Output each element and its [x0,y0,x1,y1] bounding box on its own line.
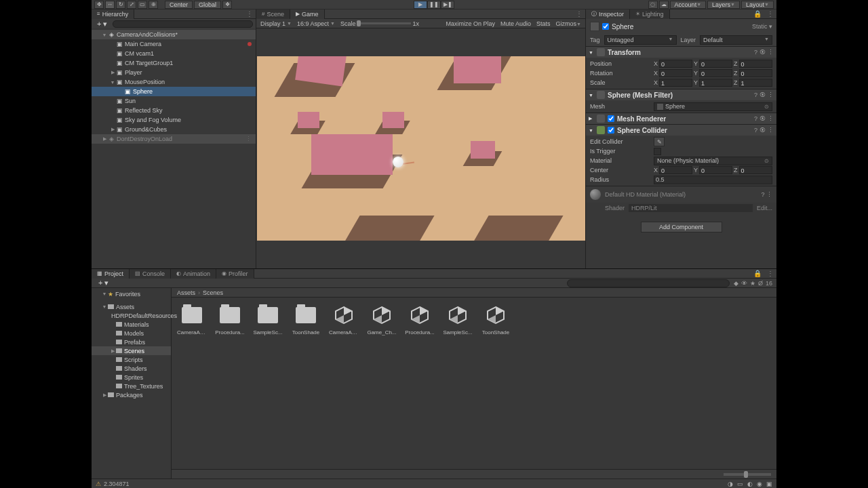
active-checkbox[interactable] [602,23,609,30]
component-enable-checkbox[interactable] [608,115,614,122]
panel-menu-icon[interactable]: ⋮ [764,270,776,277]
folder-row[interactable]: Prefabs [92,338,171,346]
material-header[interactable]: Default HD Material (Material) ? ⋮ [586,186,776,203]
preset-icon[interactable]: ⦿ [760,127,766,134]
status-icon[interactable]: ▣ [766,481,772,487]
cloud-icon[interactable]: ☁ [659,1,669,9]
lock-icon[interactable]: 🔒 [751,10,764,18]
move-tool[interactable]: ↔ [105,1,115,9]
tab-hierarchy[interactable]: ≡Hierarchy [92,9,134,19]
radius-field[interactable]: 0.5 [654,176,772,184]
pos-z-field[interactable]: Z0 [734,60,772,68]
project-grid-item[interactable]: ToonShade [291,303,321,464]
hierarchy-item[interactable]: ▣Sky and Fog Volume [92,115,256,125]
mute-toggle[interactable]: Mute Audio [500,20,531,27]
component-header[interactable]: ▼ Sphere Collider ?⦿⋮ [586,125,776,136]
rect-tool[interactable]: ▭ [138,1,147,9]
preset-icon[interactable]: ⦿ [760,49,766,56]
component-header[interactable]: ▼ Sphere (Mesh Filter) ?⦿⋮ [586,89,776,100]
mesh-field[interactable]: Sphere⊙ [654,102,772,111]
hand-tool[interactable]: ✥ [94,1,104,9]
component-header[interactable]: ▶ Mesh Renderer ?⦿⋮ [586,113,776,124]
panel-menu-icon[interactable]: ⋮ [573,10,585,18]
project-grid-item[interactable]: Game_Ch... [367,303,397,464]
space-toggle[interactable]: Global [194,1,221,9]
menu-icon[interactable]: ⋮ [766,191,772,198]
project-grid-item[interactable]: SampleSc... [253,303,283,464]
display-dropdown[interactable]: Display 1▼ [260,20,292,27]
component-header[interactable]: ▼ Transform ?⦿⋮ [586,47,776,58]
pause-button[interactable]: ❚❚ [427,1,441,9]
preset-icon[interactable]: ⦿ [760,115,766,122]
tab-project[interactable]: ▦Project [92,269,130,279]
edit-collider-button[interactable]: ✎ [654,137,665,146]
scale-slider[interactable]: Scale 1x [340,20,419,27]
layout-dropdown[interactable]: Layout ▼ [741,1,774,9]
gizmos-dropdown[interactable]: Gizmos▼ [556,20,581,27]
scl-z-field[interactable]: Z1 [734,79,772,87]
favorites-row[interactable]: ▼★Favorites [92,289,171,298]
project-grid-item[interactable]: Procedura... [215,303,245,464]
hierarchy-item[interactable]: ▣Main Camera [92,39,256,49]
breadcrumb[interactable]: Assets›Scenes [172,288,776,298]
scale-tool[interactable]: ⤢ [127,1,136,9]
hierarchy-item-selected[interactable]: ▣Sphere [92,87,256,96]
tab-profiler[interactable]: ◉Profiler [216,269,254,279]
folder-row[interactable]: Scripts [92,355,171,364]
panel-menu-icon[interactable]: ⋮ [243,10,256,18]
menu-icon[interactable]: ⋮ [768,115,774,122]
rotate-tool[interactable]: ↻ [116,1,125,9]
collab-icon[interactable]: ◌ [648,1,658,9]
tag-dropdown[interactable]: Untagged ▼ [604,35,677,45]
center-y-field[interactable]: Y0 [694,166,732,174]
folder-row[interactable]: Materials [92,320,171,329]
project-grid-item[interactable]: SampleSc... [443,303,473,464]
pos-x-field[interactable]: X0 [654,60,692,68]
hierarchy-item[interactable]: ▼▣MousePosition [92,77,256,87]
hierarchy-item[interactable]: ▣Sun [92,96,256,106]
project-search[interactable] [567,279,730,287]
snap-toggle[interactable]: ❖ [222,1,232,9]
help-icon[interactable]: ? [761,191,764,198]
folder-row[interactable]: Models [92,329,171,338]
aspect-dropdown[interactable]: 16:9 Aspect▼ [297,20,335,27]
scl-y-field[interactable]: Y1 [694,79,732,87]
status-icon[interactable]: ▭ [737,481,743,487]
pos-y-field[interactable]: Y0 [694,60,732,68]
transform-tool[interactable]: ⊕ [149,1,158,9]
project-grid-item[interactable]: Procedura... [405,303,435,464]
create-dropdown[interactable]: + ▾ [96,279,111,287]
scl-x-field[interactable]: X1 [654,79,692,87]
tab-console[interactable]: ▤Console [130,269,171,279]
account-dropdown[interactable]: Account ▼ [670,1,706,9]
warning-icon[interactable]: ⚠ [96,481,101,487]
folder-row[interactable]: Sprites [92,373,171,382]
project-grid-item[interactable]: CameraAn... [329,303,359,464]
layer-dropdown[interactable]: Default ▼ [700,35,772,45]
thumbnail-size-slider[interactable] [724,473,771,476]
maximize-toggle[interactable]: Maximize On Play [446,20,495,27]
menu-icon[interactable]: ⋮ [768,127,774,134]
status-icon[interactable]: ◐ [747,481,753,487]
lock-icon[interactable]: 🔒 [751,270,764,277]
filter-icon[interactable]: ◆ [734,280,738,287]
tab-scene[interactable]: #Scene [256,9,290,19]
rot-z-field[interactable]: Z0 [734,69,772,77]
object-name-field[interactable]: Sphere [612,23,749,30]
tab-lighting[interactable]: ☀Lighting [630,9,670,19]
tab-game[interactable]: ▶Game [290,9,325,19]
hierarchy-item[interactable]: ▣Reflected Sky [92,106,256,115]
project-grid-item[interactable]: ToonShade [481,303,511,464]
hierarchy-item[interactable]: ▶▣Player [92,68,256,77]
folder-row[interactable]: HDRPDefaultResources [92,311,171,320]
rot-x-field[interactable]: X0 [654,69,692,77]
status-icon[interactable]: ◑ [728,481,733,487]
assets-row[interactable]: ▼Assets [92,302,171,311]
status-icon[interactable]: ◉ [757,481,762,487]
shader-dropdown[interactable]: HDRP/Lit [629,204,753,212]
pivot-toggle[interactable]: Center [165,1,193,9]
layers-dropdown[interactable]: Layers ▼ [707,1,740,9]
center-x-field[interactable]: X0 [654,166,692,174]
create-dropdown[interactable]: + ▾ [94,20,110,28]
stats-toggle[interactable]: Stats [536,20,551,27]
